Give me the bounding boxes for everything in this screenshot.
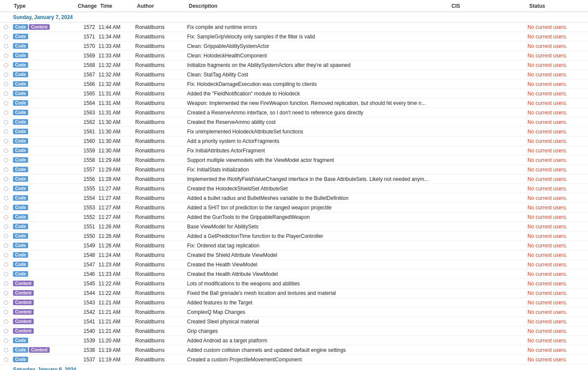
radio-button[interactable] (4, 187, 8, 191)
badge-code[interactable]: Code (13, 205, 28, 210)
radio-button[interactable] (4, 348, 8, 352)
badge-content[interactable]: Content (13, 281, 34, 286)
change-number[interactable]: 1554 (68, 195, 99, 201)
radio-button[interactable] (4, 111, 8, 115)
row-radio[interactable] (0, 196, 12, 200)
row-radio[interactable] (0, 54, 12, 58)
change-number[interactable]: 1538 (68, 347, 99, 353)
row-radio[interactable] (0, 234, 12, 238)
row-radio[interactable] (0, 44, 12, 48)
radio-button[interactable] (4, 262, 8, 267)
row-radio[interactable] (0, 319, 12, 324)
row-radio[interactable] (0, 300, 12, 305)
change-number[interactable]: 1537 (68, 357, 99, 363)
badge-code[interactable]: Code (13, 243, 28, 248)
badge-code[interactable]: Code (13, 72, 28, 77)
badge-code[interactable]: Code (13, 233, 28, 239)
radio-button[interactable] (4, 82, 8, 86)
badge-code[interactable]: Code (13, 81, 28, 87)
badge-content[interactable]: Content (13, 300, 34, 305)
row-radio[interactable] (0, 253, 12, 257)
radio-button[interactable] (4, 338, 8, 343)
change-number[interactable]: 1572 (68, 24, 99, 30)
badge-code[interactable]: Code (13, 138, 28, 144)
badge-content[interactable]: Content (13, 328, 34, 334)
change-number[interactable]: 1562 (68, 119, 99, 125)
badge-content[interactable]: Content (13, 319, 34, 324)
radio-button[interactable] (4, 73, 8, 77)
change-number[interactable]: 1560 (68, 138, 99, 144)
badge-content[interactable]: Content (29, 24, 50, 30)
row-radio[interactable] (0, 101, 12, 105)
change-number[interactable]: 1557 (68, 167, 99, 173)
badge-code[interactable]: Code (13, 224, 28, 229)
radio-button[interactable] (4, 206, 8, 210)
radio-button[interactable] (4, 329, 8, 333)
row-radio[interactable] (0, 225, 12, 229)
badge-code[interactable]: Code (13, 214, 28, 220)
row-radio[interactable] (0, 111, 12, 115)
badge-code[interactable]: Code (13, 43, 28, 49)
change-number[interactable]: 1563 (68, 110, 99, 116)
radio-button[interactable] (4, 244, 8, 248)
row-radio[interactable] (0, 82, 12, 86)
change-number[interactable]: 1550 (68, 233, 99, 239)
row-radio[interactable] (0, 130, 12, 134)
row-radio[interactable] (0, 158, 12, 162)
radio-button[interactable] (4, 357, 8, 362)
radio-button[interactable] (4, 101, 8, 105)
badge-content[interactable]: Content (13, 290, 34, 296)
badge-code[interactable]: Code (13, 119, 28, 125)
change-number[interactable]: 1568 (68, 62, 99, 68)
change-number[interactable]: 1564 (68, 100, 99, 106)
radio-button[interactable] (4, 149, 8, 153)
badge-code[interactable]: Code (13, 167, 28, 172)
change-number[interactable]: 1556 (68, 176, 99, 182)
badge-code[interactable]: Code (13, 34, 28, 39)
radio-button[interactable] (4, 139, 8, 143)
row-radio[interactable] (0, 262, 12, 267)
radio-button[interactable] (4, 92, 8, 96)
change-number[interactable]: 1542 (68, 309, 99, 315)
row-radio[interactable] (0, 348, 12, 352)
change-number[interactable]: 1558 (68, 157, 99, 163)
radio-button[interactable] (4, 158, 8, 162)
row-radio[interactable] (0, 187, 12, 191)
badge-code[interactable]: Code (13, 262, 28, 267)
badge-content[interactable]: Content (13, 309, 34, 315)
badge-code[interactable]: Code (13, 271, 28, 277)
radio-button[interactable] (4, 310, 8, 314)
radio-button[interactable] (4, 54, 8, 58)
row-radio[interactable] (0, 215, 12, 219)
radio-button[interactable] (4, 281, 8, 286)
radio-button[interactable] (4, 253, 8, 257)
radio-button[interactable] (4, 291, 8, 295)
radio-button[interactable] (4, 130, 8, 134)
row-radio[interactable] (0, 35, 12, 39)
row-radio[interactable] (0, 92, 12, 96)
change-number[interactable]: 1545 (68, 281, 99, 287)
row-radio[interactable] (0, 357, 12, 362)
change-number[interactable]: 1571 (68, 34, 99, 40)
change-number[interactable]: 1569 (68, 53, 99, 59)
row-radio[interactable] (0, 120, 12, 124)
radio-button[interactable] (4, 35, 8, 39)
change-number[interactable]: 1540 (68, 328, 99, 334)
row-radio[interactable] (0, 63, 12, 67)
radio-button[interactable] (4, 177, 8, 181)
radio-button[interactable] (4, 63, 8, 67)
badge-code[interactable]: Code (13, 157, 28, 163)
radio-button[interactable] (4, 44, 8, 48)
row-radio[interactable] (0, 310, 12, 314)
badge-code[interactable]: Code (13, 110, 28, 115)
row-radio[interactable] (0, 149, 12, 153)
change-number[interactable]: 1546 (68, 271, 99, 277)
radio-button[interactable] (4, 168, 8, 172)
change-number[interactable]: 1567 (68, 72, 99, 78)
change-number[interactable]: 1547 (68, 262, 99, 268)
change-number[interactable]: 1565 (68, 91, 99, 97)
badge-code[interactable]: Code (13, 148, 28, 153)
row-radio[interactable] (0, 291, 12, 295)
change-number[interactable]: 1566 (68, 81, 99, 87)
row-radio[interactable] (0, 139, 12, 143)
